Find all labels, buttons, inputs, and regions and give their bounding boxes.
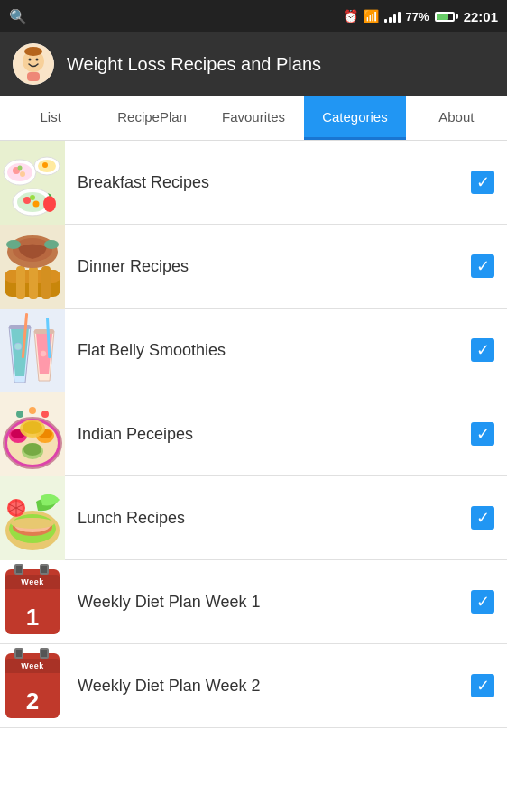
svg-point-18 — [33, 200, 40, 207]
category-thumb-smoothies — [0, 309, 65, 392]
checkmark-breakfast: ✓ — [471, 171, 494, 194]
svg-point-49 — [16, 411, 23, 418]
checkbox-lunch[interactable]: ✓ — [469, 504, 496, 531]
svg-point-36 — [14, 343, 22, 350]
category-list: Breakfast Recipes ✓ — [0, 141, 507, 728]
category-name-indian: Indian Peceipes — [65, 425, 469, 444]
list-item[interactable]: Week 1 Weekly Diet Plan Week 1 ✓ — [0, 560, 507, 644]
svg-rect-34 — [34, 329, 54, 334]
category-thumb-week1: Week 1 — [0, 560, 65, 644]
list-item[interactable]: Lunch Recipes ✓ — [0, 476, 507, 560]
list-item[interactable]: Indian Peceipes ✓ — [0, 392, 507, 476]
list-item[interactable]: Dinner Recipes ✓ — [0, 225, 507, 309]
svg-point-29 — [6, 240, 21, 249]
svg-point-50 — [29, 407, 36, 414]
tab-list[interactable]: List — [0, 96, 101, 140]
svg-rect-31 — [0, 309, 65, 392]
checkmark-week2: ✓ — [471, 674, 494, 697]
app-bar: Weight Loss Recipes and Plans — [0, 32, 507, 96]
svg-point-46 — [23, 443, 41, 456]
checkmark-lunch: ✓ — [471, 506, 494, 530]
svg-point-51 — [41, 411, 49, 418]
tab-bar: List RecipePlan Favourites Categories Ab… — [0, 96, 507, 141]
list-item[interactable]: Breakfast Recipes ✓ — [0, 141, 507, 225]
battery-icon — [435, 12, 458, 22]
svg-point-37 — [41, 351, 46, 356]
week1-number: 1 — [26, 605, 39, 629]
svg-rect-5 — [27, 72, 40, 81]
category-thumb-indian — [0, 392, 65, 476]
svg-point-14 — [42, 162, 48, 168]
search-icon: 🔍 — [9, 8, 27, 25]
category-name-breakfast: Breakfast Recipes — [65, 173, 469, 192]
svg-point-17 — [23, 197, 31, 204]
battery-percent: 77% — [406, 10, 429, 23]
svg-rect-24 — [16, 266, 25, 299]
signal-bars — [384, 10, 401, 23]
svg-rect-32 — [9, 325, 31, 329]
category-thumb-lunch — [0, 476, 65, 560]
svg-rect-25 — [29, 266, 38, 299]
svg-point-57 — [11, 518, 54, 529]
checkmark-dinner: ✓ — [471, 254, 494, 278]
checkbox-dinner[interactable]: ✓ — [469, 253, 496, 280]
category-name-smoothies: Flat Belly Smoothies — [65, 341, 469, 360]
checkbox-smoothies[interactable]: ✓ — [469, 337, 496, 364]
app-icon — [13, 43, 54, 85]
category-thumb-week2: Week 2 — [0, 644, 65, 728]
checkbox-week1[interactable]: ✓ — [469, 588, 496, 615]
wifi-icon: 📶 — [364, 9, 379, 23]
checkbox-breakfast[interactable]: ✓ — [469, 169, 496, 196]
category-name-dinner: Dinner Recipes — [65, 257, 469, 276]
svg-point-3 — [36, 59, 39, 61]
tab-favourites[interactable]: Favourites — [203, 96, 304, 140]
list-item[interactable]: Week 2 Weekly Diet Plan Week 2 ✓ — [0, 644, 507, 728]
week1-label-top: Week — [21, 577, 43, 586]
checkmark-week1: ✓ — [471, 590, 494, 614]
app-title: Weight Loss Recipes and Plans — [67, 54, 321, 75]
svg-point-20 — [43, 196, 56, 212]
tab-about[interactable]: About — [406, 96, 507, 140]
category-name-lunch: Lunch Recipes — [65, 509, 469, 528]
svg-point-30 — [44, 240, 59, 249]
svg-point-11 — [18, 165, 23, 170]
list-item[interactable]: Flat Belly Smoothies ✓ — [0, 309, 507, 392]
svg-point-2 — [29, 59, 32, 61]
week2-label-top: Week — [21, 661, 43, 670]
category-name-week1: Weekly Diet Plan Week 1 — [65, 593, 469, 612]
svg-rect-26 — [41, 266, 51, 299]
category-thumb-dinner — [0, 225, 65, 309]
tab-recipeplan[interactable]: RecipePlan — [101, 96, 202, 140]
svg-point-48 — [23, 421, 42, 434]
svg-point-4 — [24, 47, 42, 56]
checkbox-week2[interactable]: ✓ — [469, 672, 496, 699]
bottom-area — [0, 728, 507, 812]
category-thumb-breakfast — [0, 141, 65, 225]
category-name-week2: Weekly Diet Plan Week 2 — [65, 677, 469, 696]
week2-number: 2 — [26, 689, 39, 713]
checkbox-indian[interactable]: ✓ — [469, 420, 496, 448]
checkmark-indian: ✓ — [471, 422, 494, 446]
svg-point-10 — [20, 171, 25, 177]
status-time: 22:01 — [464, 9, 498, 24]
status-bar: 🔍 ⏰ 📶 77% 22:01 — [0, 0, 507, 32]
status-right: ⏰ 📶 77% 22:01 — [343, 9, 498, 24]
checkmark-smoothies: ✓ — [471, 338, 494, 362]
tab-categories[interactable]: Categories — [304, 96, 405, 140]
alarm-icon: ⏰ — [343, 9, 358, 23]
svg-point-19 — [30, 195, 35, 200]
